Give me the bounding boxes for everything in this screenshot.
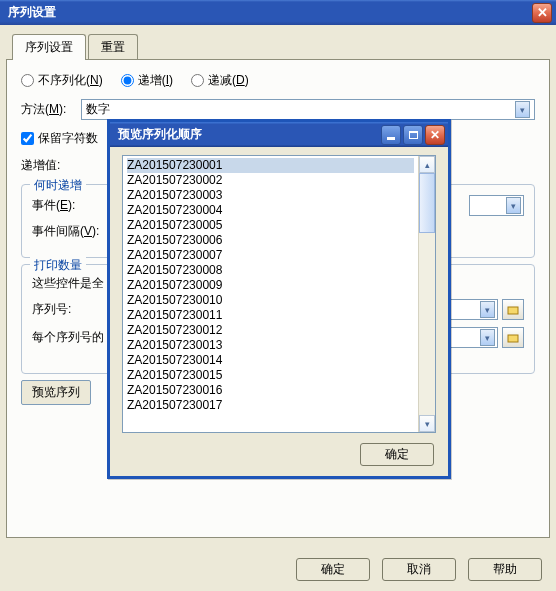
gear-icon <box>506 331 520 345</box>
ok-button[interactable]: 确定 <box>296 558 370 581</box>
scrollbar[interactable]: ▴ ▾ <box>418 156 435 432</box>
list-item[interactable]: ZA201507230003 <box>127 188 414 203</box>
each-options-button[interactable] <box>502 327 524 348</box>
svg-rect-0 <box>508 307 518 314</box>
list-item[interactable]: ZA201507230005 <box>127 218 414 233</box>
seq-dropdown[interactable]: ▾ <box>443 299 498 320</box>
method-label: 方法(M): <box>21 101 81 118</box>
preview-title-text: 预览序列化顺序 <box>118 126 202 143</box>
increment-label: 递增值: <box>21 157 81 174</box>
list-item[interactable]: ZA201507230002 <box>127 173 414 188</box>
seq-options-button[interactable] <box>502 299 524 320</box>
window-title: 序列设置 <box>8 4 56 21</box>
method-row: 方法(M): 数字 ▾ <box>21 99 535 120</box>
chevron-down-icon[interactable]: ▾ <box>506 197 521 214</box>
list-item[interactable]: ZA201507230016 <box>127 383 414 398</box>
list-item[interactable]: ZA201507230007 <box>127 248 414 263</box>
interval-label: 事件间隔(V): <box>32 223 108 240</box>
chevron-down-icon[interactable]: ▾ <box>515 101 530 118</box>
cancel-button[interactable]: 取消 <box>382 558 456 581</box>
when-legend: 何时递增 <box>30 177 86 194</box>
list-item[interactable]: ZA201507230012 <box>127 323 414 338</box>
main-titlebar[interactable]: 序列设置 ✕ <box>0 0 556 25</box>
svg-rect-1 <box>508 335 518 342</box>
close-icon[interactable]: ✕ <box>532 3 552 23</box>
event-dropdown[interactable]: ▾ <box>469 195 524 216</box>
tab-strip: 序列设置 重置 <box>0 25 556 59</box>
list-item[interactable]: ZA201507230004 <box>127 203 414 218</box>
method-dropdown[interactable]: 数字 ▾ <box>81 99 535 120</box>
gear-icon <box>506 303 520 317</box>
list-item[interactable]: ZA201507230017 <box>127 398 414 413</box>
radio-increment[interactable]: 递增(I) <box>121 72 173 89</box>
radio-decrement[interactable]: 递减(D) <box>191 72 249 89</box>
event-label: 事件(E): <box>32 197 108 214</box>
chevron-down-icon[interactable]: ▾ <box>480 301 495 318</box>
maximize-icon[interactable] <box>403 125 423 145</box>
qty-legend: 打印数量 <box>30 257 86 274</box>
list-item[interactable]: ZA201507230011 <box>127 308 414 323</box>
list-item[interactable]: ZA201507230014 <box>127 353 414 368</box>
preview-titlebar[interactable]: 预览序列化顺序 ✕ <box>110 122 448 147</box>
dialog-footer: 确定 取消 帮助 <box>0 548 556 591</box>
preview-dialog: 预览序列化顺序 ✕ ZA201507230001ZA201507230002ZA… <box>107 119 451 479</box>
list-item[interactable]: ZA201507230008 <box>127 263 414 278</box>
preview-listbox[interactable]: ZA201507230001ZA201507230002ZA2015072300… <box>122 155 436 433</box>
radio-no-serialize[interactable]: 不序列化(N) <box>21 72 103 89</box>
list-item[interactable]: ZA201507230015 <box>127 368 414 383</box>
mode-radio-group: 不序列化(N) 递增(I) 递减(D) <box>21 72 535 89</box>
minimize-icon[interactable] <box>381 125 401 145</box>
preview-button[interactable]: 预览序列 <box>21 380 91 405</box>
chevron-down-icon[interactable]: ▾ <box>480 329 495 346</box>
scroll-down-icon[interactable]: ▾ <box>419 415 435 432</box>
scroll-thumb[interactable] <box>419 173 435 233</box>
each-dropdown[interactable]: ▾ <box>443 327 498 348</box>
list-item[interactable]: ZA201507230009 <box>127 278 414 293</box>
list-item[interactable]: ZA201507230006 <box>127 233 414 248</box>
tab-sequence[interactable]: 序列设置 <box>12 34 86 60</box>
tab-reset[interactable]: 重置 <box>88 34 138 60</box>
list-item[interactable]: ZA201507230013 <box>127 338 414 353</box>
close-icon[interactable]: ✕ <box>425 125 445 145</box>
help-button[interactable]: 帮助 <box>468 558 542 581</box>
scroll-up-icon[interactable]: ▴ <box>419 156 435 173</box>
preserve-checkbox[interactable]: 保留字符数 <box>21 130 98 147</box>
preview-ok-button[interactable]: 确定 <box>360 443 434 466</box>
list-item[interactable]: ZA201507230001 <box>127 158 414 173</box>
list-item[interactable]: ZA201507230010 <box>127 293 414 308</box>
seq-label: 序列号: <box>32 301 108 318</box>
